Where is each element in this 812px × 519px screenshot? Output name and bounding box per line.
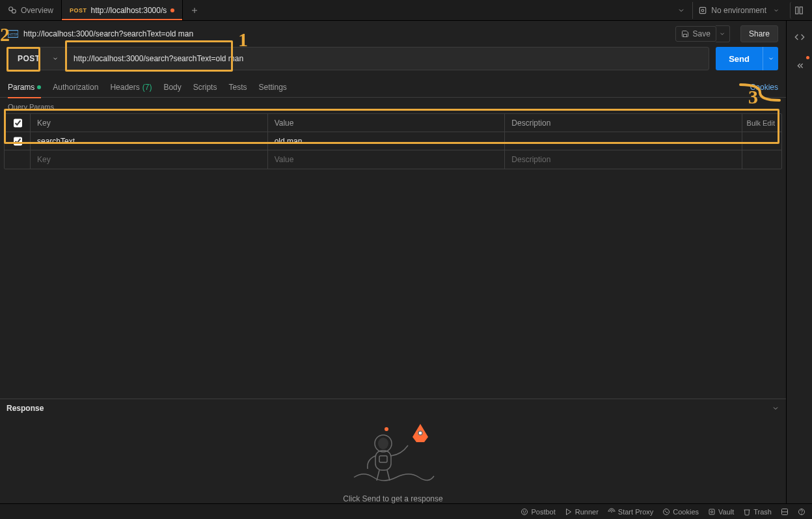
footer-help-button[interactable] <box>798 508 805 516</box>
footer-cookies-label: Cookies <box>673 508 699 516</box>
tab-active-title: http://localhost:3000/s <box>91 6 167 15</box>
response-section: Response <box>0 399 786 503</box>
send-button[interactable]: Send <box>716 47 763 70</box>
save-button[interactable]: Save <box>675 26 716 42</box>
headers-count: (7) <box>142 83 152 92</box>
method-select[interactable]: POST <box>8 48 66 70</box>
svg-point-18 <box>611 511 612 512</box>
notification-dot-icon <box>806 56 809 59</box>
save-icon <box>681 30 689 38</box>
chevron-down-icon <box>52 55 59 62</box>
bulk-edit-button[interactable]: Bulk Edit <box>747 119 775 127</box>
request-tabs: Params Authorization Headers (7) Body Sc… <box>0 77 786 98</box>
svg-point-8 <box>385 427 388 431</box>
svg-point-16 <box>525 511 526 511</box>
tab-overview-label: Overview <box>21 6 53 15</box>
save-dropdown[interactable] <box>716 25 730 42</box>
tab-tests[interactable]: Tests <box>228 77 247 98</box>
tab-params-label: Params <box>8 83 34 92</box>
overview-icon <box>8 6 17 15</box>
new-tab-button[interactable] <box>183 0 206 20</box>
method-label: POST <box>18 54 40 63</box>
footer-vault[interactable]: Vault <box>708 508 734 516</box>
code-sidebar-button[interactable] <box>791 29 808 46</box>
svg-point-15 <box>523 511 524 511</box>
svg-rect-2 <box>700 7 706 13</box>
params-header-check[interactable] <box>5 114 31 132</box>
footer-trash[interactable]: Trash <box>743 508 772 516</box>
svg-point-14 <box>522 509 528 514</box>
footer: Postbot Runner Start Proxy Cookies Vault… <box>0 503 812 519</box>
col-desc: Description <box>505 114 742 132</box>
query-params-label: Query Params <box>0 98 786 113</box>
send-label: Send <box>729 54 750 64</box>
footer-proxy[interactable]: Start Proxy <box>608 508 653 516</box>
environment-select[interactable]: No environment <box>692 2 785 19</box>
table-row-new[interactable]: Key Value Description <box>5 150 781 169</box>
row-key[interactable]: searchText <box>31 132 268 150</box>
params-table: Key Value Description ••• Bulk Edit sear… <box>4 113 782 169</box>
footer-proxy-label: Start Proxy <box>618 508 653 516</box>
new-value[interactable]: Value <box>268 150 506 169</box>
tab-authorization[interactable]: Authorization <box>53 77 98 98</box>
response-hint: Click Send to get a response <box>343 494 442 503</box>
tab-settings[interactable]: Settings <box>258 77 286 98</box>
svg-point-21 <box>667 512 668 512</box>
tab-active-method: POST <box>70 7 87 14</box>
cookies-link[interactable]: Cookies <box>750 83 778 92</box>
footer-trash-label: Trash <box>753 508 772 516</box>
right-rail <box>786 21 812 503</box>
svg-point-3 <box>702 9 705 12</box>
request-name[interactable]: http://localhost:3000/search?searchText=… <box>23 29 193 38</box>
url-row: POST Send <box>0 47 786 77</box>
table-row: searchText old man <box>5 132 781 150</box>
svg-rect-12 <box>375 451 391 470</box>
tab-body[interactable]: Body <box>163 77 181 98</box>
col-key: Key <box>31 114 268 132</box>
url-input[interactable] <box>66 48 709 70</box>
tab-bar: Overview POST http://localhost:3000/s No… <box>0 0 812 21</box>
astronaut-illustration-icon <box>351 417 435 483</box>
tab-overview[interactable]: Overview <box>0 0 62 20</box>
footer-cookies[interactable]: Cookies <box>662 508 699 516</box>
select-all-checkbox[interactable] <box>14 119 22 128</box>
response-title: Response <box>7 404 44 413</box>
svg-point-9 <box>418 431 422 435</box>
tab-scripts[interactable]: Scripts <box>193 77 217 98</box>
svg-point-20 <box>665 511 666 511</box>
params-indicator-icon <box>37 85 41 89</box>
footer-postbot[interactable]: Postbot <box>521 508 555 516</box>
svg-point-27 <box>802 513 802 514</box>
http-icon: HTTP <box>8 30 18 38</box>
row-desc[interactable] <box>505 132 742 150</box>
svg-text:HTTP: HTTP <box>8 33 18 36</box>
new-key[interactable]: Key <box>31 150 268 169</box>
share-button[interactable]: Share <box>740 25 778 42</box>
footer-runner-label: Runner <box>575 508 599 516</box>
unsaved-dot-icon <box>170 8 174 12</box>
tab-active[interactable]: POST http://localhost:3000/s <box>62 0 183 20</box>
chevron-down-icon <box>773 7 779 14</box>
svg-rect-13 <box>379 456 387 462</box>
svg-point-1 <box>12 9 16 13</box>
environment-quicklook-button[interactable] <box>790 2 807 19</box>
tab-overflow-button[interactable] <box>673 2 690 19</box>
footer-layout-button[interactable] <box>781 508 789 516</box>
send-dropdown[interactable] <box>763 47 778 70</box>
svg-point-23 <box>711 511 713 512</box>
environment-icon <box>698 6 707 15</box>
response-collapse-button[interactable] <box>772 404 779 412</box>
footer-runner[interactable]: Runner <box>565 508 599 516</box>
svg-point-11 <box>378 438 388 449</box>
tab-headers[interactable]: Headers (7) <box>110 77 152 98</box>
svg-rect-22 <box>709 509 714 514</box>
new-desc[interactable]: Description <box>505 150 742 169</box>
svg-point-19 <box>664 509 670 514</box>
row-value[interactable]: old man <box>268 132 506 150</box>
svg-marker-17 <box>566 509 571 514</box>
request-header: HTTP http://localhost:3000/search?search… <box>0 21 786 47</box>
tab-params[interactable]: Params <box>8 77 41 98</box>
collapse-sidebar-button[interactable] <box>791 57 808 74</box>
col-value: Value <box>268 114 506 132</box>
row-checkbox[interactable] <box>14 137 22 146</box>
